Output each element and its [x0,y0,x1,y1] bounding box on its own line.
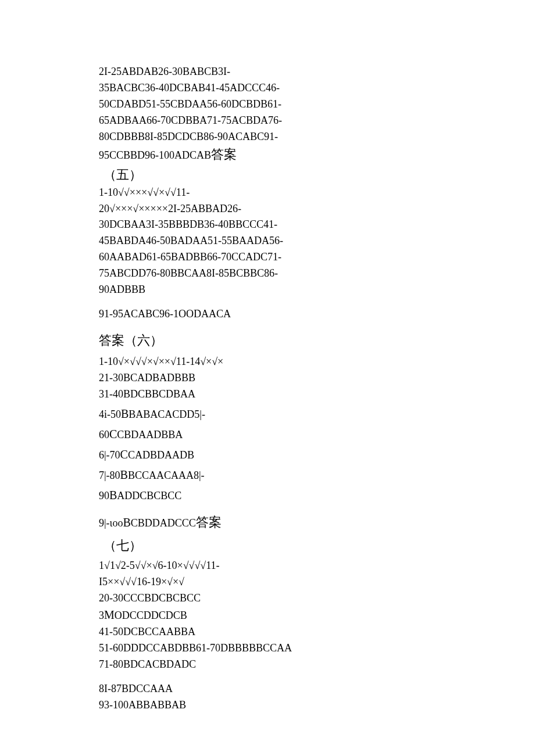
text-fragment: 6|-70 [99,449,120,461]
text-line: I5××√√√16-19×√×√ [99,574,366,590]
text-fragment: BCCAACAAA8|- [128,470,205,481]
text-line: 1-10√×√√√×√××√11-14√×√× [99,354,366,370]
text-line: 51-60DDDCCABDBB61-70DBBBBBCCAA [99,640,366,657]
text-fragment: 95CCBBD96-100ADCAB [99,149,211,161]
text-line: 6|-70CCADBDAADB [99,446,366,464]
text-line: 20-30CCCBDCBCBCC [99,590,366,607]
text-fragment: 9|-ιoo [99,517,123,529]
text-line: 7|-80BBCCAACAAA8|- [99,466,366,484]
text-fragment: 4i-50 [99,409,121,420]
text-fragment-large: C [120,448,128,461]
answer-block-seven: 1√1√2-5√√×√6-10×√√√√11- I5××√√√16-19×√×√… [99,558,366,673]
text-fragment-large: B [123,516,130,529]
text-fragment: BABACACDD5|- [129,409,205,420]
text-line: 95CCBBD96-100ADCAB答案 [99,145,366,164]
text-line: 1-10√√×××√√×√√11- [99,185,366,201]
text-line: 31-40BDCBBCDBAA [99,386,366,403]
text-fragment: 3 [99,610,104,621]
text-fragment-large: C [109,428,117,440]
text-line: 30DCBAA3I-35BBBDB36-40BBCCC41- [99,217,366,233]
text-fragment: CBDAADBBA [117,429,183,440]
text-line: 90ADBBB [99,282,366,298]
heading-fragment: 答案 [196,515,222,529]
text-line: 41-50DCBCCAABBA [99,624,366,640]
text-fragment: 90 [99,490,109,501]
text-fragment: 60 [99,429,109,440]
text-fragment: ODCCDDCDCB [115,610,187,621]
heading-five: （五） [99,165,366,185]
answer-block-seven-tail: 8I-87BDCCAAA 93-100ABBABBAB [99,681,366,714]
text-line: 71-80BDCACBDADC [99,657,366,673]
text-line: 4i-50BBABACACDD5|- [99,405,366,423]
text-line: 2I-25ABDAB26-30BABCB3I- [99,64,366,80]
text-line: 75ABCDD76-80BBCAA8I-85BCBBC86- [99,266,366,282]
text-fragment-large: M [104,608,115,621]
text-line: 50CDABD51-55CBDAA56-60DCBDB61- [99,96,366,113]
text-line: 9|-ιooBCBDDADCCC答案 [99,513,366,532]
text-line: 8I-87BDCCAAA [99,681,366,697]
heading-seven: （七） [99,536,366,556]
text-line: 3MODCCDDCDCB [99,606,366,624]
text-line: 93-100ABBABBAB [99,697,366,714]
text-line: 35BACBC36-40DCBAB41-45ADCCC46- [99,80,366,96]
text-fragment: 7|-80 [99,470,120,481]
text-line: 60CCBDAADBBA [99,425,366,443]
answer-block-five-tail: 91-95ACABC96-1OODAACA [99,306,366,323]
text-line: 45BABDA46-50BADAA51-55BAADA56- [99,233,366,249]
text-line: 21-30BCADBADBBB [99,370,366,386]
text-line: 91-95ACABC96-1OODAACA [99,306,366,323]
text-line: 60AABAD61-65BADBB66-70CCADC71- [99,249,366,266]
text-fragment-large: B [120,468,128,481]
heading-six: 答案（六） [99,331,366,350]
text-fragment: ADDCBCBCC [117,490,181,501]
text-line: 65ADBAA66-70CDBBA71-75ACBDA76- [99,113,366,129]
text-line: 90BADDCBCBCC [99,486,366,504]
answer-block-four-five: 2I-25ABDAB26-30BABCB3I- 35BACBC36-40DCBA… [99,64,366,298]
text-line: 20√×××√×××××2I-25ABBAD26- [99,201,366,217]
heading-fragment: 答案 [211,147,237,162]
text-fragment: CADBDAADB [128,449,194,461]
answer-block-six: 1-10√×√√√×√××√11-14√×√× 21-30BCADBADBBB … [99,354,366,504]
text-fragment-large: B [109,489,117,501]
document-page: 2I-25ABDAB26-30BABCB3I- 35BACBC36-40DCBA… [0,0,401,756]
answer-block-six-tail: 9|-ιooBCBDDADCCC答案 （七） [99,513,366,556]
text-fragment: CBDDADCCC [131,517,196,529]
text-line: 80CDBBB8I-85DCDCB86-90ACABC91- [99,129,366,145]
text-fragment-large: B [121,407,129,420]
text-line: 1√1√2-5√√×√6-10×√√√√11- [99,558,366,574]
